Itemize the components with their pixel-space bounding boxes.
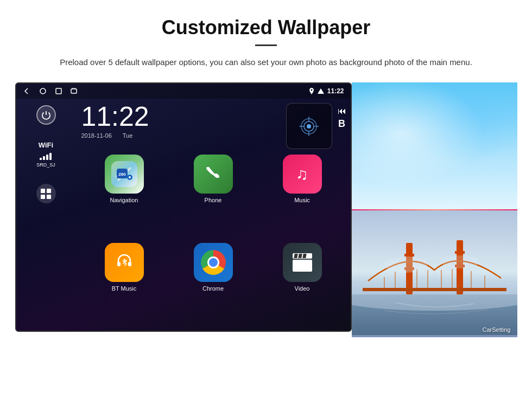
svg-rect-21 [128, 262, 131, 266]
media-controls: ⏮ B [338, 103, 351, 130]
wifi-label: WiFi [36, 141, 55, 149]
svg-marker-29 [365, 82, 382, 104]
svg-point-8 [307, 124, 311, 129]
app-item-phone[interactable]: Phone [170, 155, 256, 240]
svg-marker-33 [496, 82, 512, 115]
clapperboard-icon [293, 253, 312, 272]
power-icon [41, 110, 51, 120]
ice-wallpaper-preview[interactable] [352, 82, 517, 209]
chrome-label: Chrome [202, 285, 224, 292]
map-icon: 280 [111, 161, 137, 187]
title-divider [255, 44, 277, 46]
svg-point-28 [379, 131, 487, 196]
ice-wallpaper-svg [352, 82, 517, 207]
clock-row: 11:22 2018-11-06 Tue [76, 99, 351, 151]
home-icon [39, 87, 47, 95]
wifi-ssid: SRD_SJ [36, 162, 55, 168]
clock-day-value: Tue [123, 132, 133, 139]
recents-icon [55, 88, 62, 94]
clapper-top [293, 253, 312, 259]
location-icon [309, 88, 314, 94]
app-item-chrome[interactable]: Chrome [170, 243, 256, 328]
android-screen: 11:22 WiFi [15, 82, 352, 332]
sidebar: WiFi SRD_SJ [16, 99, 76, 331]
svg-marker-30 [398, 82, 414, 112]
page-description: Preload over 5 default wallpaper options… [54, 56, 478, 69]
wifi-bar-3 [46, 155, 48, 160]
svg-marker-31 [430, 82, 447, 110]
bluetooth-letter: B [338, 118, 345, 130]
page-title: Customized Wallpaper [33, 16, 499, 39]
music-note-icon: ♫ [296, 165, 308, 183]
device-wrapper: 11:22 WiFi [33, 82, 499, 337]
clock-date: 2018-11-06 Tue [81, 132, 281, 139]
svg-point-39 [352, 278, 517, 311]
main-area: WiFi SRD_SJ [16, 99, 351, 331]
clock-date-value: 2018-11-06 [81, 132, 112, 139]
bridge-wallpaper-svg [352, 210, 517, 335]
app-item-bt-music[interactable]: BT Music [81, 243, 167, 328]
wifi-widget: WiFi SRD_SJ [36, 141, 55, 168]
svg-point-56 [441, 255, 479, 268]
back-icon [23, 87, 30, 95]
wifi-bar-1 [40, 158, 42, 160]
music-label: Music [294, 197, 310, 203]
carsetting-label: CarSetting [483, 326, 511, 333]
phone-app-icon [194, 155, 233, 194]
app-item-music[interactable]: ♫ Music [259, 155, 345, 240]
app-item-navigation[interactable]: 280 Navigation [81, 155, 167, 240]
screenshot-icon [71, 88, 77, 94]
bt-music-label: BT Music [112, 285, 137, 292]
svg-marker-32 [468, 82, 485, 107]
svg-rect-25 [352, 82, 517, 207]
svg-rect-24 [352, 82, 517, 207]
chrome-inner-circle [207, 256, 219, 268]
video-label: Video [295, 285, 310, 292]
wifi-bars [39, 151, 52, 160]
svg-point-19 [129, 176, 131, 178]
phone-icon [204, 165, 223, 183]
svg-rect-42 [404, 254, 414, 256]
status-bar: 11:22 [16, 84, 351, 99]
status-bar-left [23, 87, 77, 95]
antenna-widget [286, 103, 332, 149]
center-content: 11:22 2018-11-06 Tue [76, 99, 351, 331]
svg-rect-54 [363, 288, 506, 291]
status-time: 11:22 [327, 87, 344, 95]
clock-info: 11:22 2018-11-06 Tue [81, 103, 281, 139]
bt-music-icon [115, 253, 134, 272]
power-button[interactable] [36, 105, 56, 125]
apps-grid-icon [41, 189, 51, 199]
navigation-label: Navigation [110, 197, 138, 203]
music-app-icon: ♫ [283, 155, 322, 194]
svg-rect-37 [352, 210, 517, 297]
svg-rect-2 [71, 89, 77, 93]
wifi-bar-4 [49, 153, 52, 160]
svg-point-27 [433, 99, 509, 153]
app-grid: 280 Navigation [76, 151, 351, 331]
antenna-svg [296, 114, 321, 139]
svg-marker-5 [318, 88, 324, 94]
svg-text:280: 280 [118, 172, 126, 177]
phone-label: Phone [205, 197, 222, 203]
prev-track-icon[interactable]: ⏮ [338, 106, 346, 116]
wallpaper-panel: CarSetting [352, 82, 517, 337]
svg-rect-44 [455, 251, 465, 254]
svg-rect-20 [117, 262, 121, 266]
bridge-wallpaper-preview[interactable]: CarSetting [352, 210, 517, 337]
video-app-icon [283, 243, 322, 282]
app-item-video[interactable]: Video [259, 243, 345, 328]
chrome-app-icon [194, 243, 233, 282]
page-wrapper: Customized Wallpaper Preload over 5 defa… [0, 0, 532, 348]
chrome-outer-ring [201, 250, 226, 275]
apps-button[interactable] [36, 184, 56, 203]
signal-icon [318, 88, 324, 94]
svg-point-36 [455, 183, 509, 199]
wifi-bar-2 [43, 156, 45, 160]
svg-point-55 [384, 256, 428, 273]
status-bar-right: 11:22 [309, 87, 344, 95]
svg-rect-34 [352, 153, 517, 207]
antenna-icon [295, 113, 322, 140]
clapper-bottom [293, 260, 312, 272]
navigation-app-icon: 280 [105, 155, 144, 194]
